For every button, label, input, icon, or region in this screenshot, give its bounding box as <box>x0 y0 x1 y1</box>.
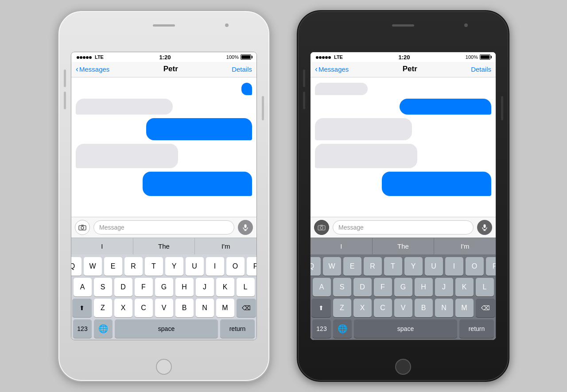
phone-black: LTE 1:20 100% ‹ Messages Petr Details <box>297 10 509 382</box>
details-button-black[interactable]: Details <box>471 65 491 73</box>
key-o-black[interactable]: O <box>466 257 484 276</box>
key-k-white[interactable]: K <box>216 278 234 296</box>
key-h-black[interactable]: H <box>415 278 433 296</box>
key-a-black[interactable]: A <box>313 278 331 296</box>
key-n-white[interactable]: N <box>196 299 214 317</box>
key-n-black[interactable]: N <box>435 299 453 317</box>
back-button-white[interactable]: ‹ Messages <box>76 65 109 73</box>
autocomplete-im-black[interactable]: I'm <box>434 238 496 254</box>
autocomplete-i-white[interactable]: I <box>71 238 133 254</box>
key-numbers-white[interactable]: 123 <box>73 319 92 338</box>
key-z-white[interactable]: Z <box>94 299 112 317</box>
key-numbers-black[interactable]: 123 <box>312 319 331 338</box>
phone-white: LTE 1:20 100% ‹ Messages Petr Details <box>58 10 270 382</box>
key-j-white[interactable]: J <box>196 278 214 296</box>
key-o-white[interactable]: O <box>226 257 245 276</box>
autocomplete-bar-black: I The I'm <box>311 238 496 254</box>
key-globe-white[interactable]: 🌐 <box>94 319 113 338</box>
key-h-white[interactable]: H <box>175 278 194 296</box>
speaker-black <box>392 24 414 27</box>
svg-rect-8 <box>320 225 323 226</box>
message-input-white[interactable]: Message <box>93 220 234 234</box>
network-type-white: LTE <box>95 54 104 60</box>
key-t-white[interactable]: T <box>145 257 163 276</box>
autocomplete-im-white[interactable]: I'm <box>195 238 256 254</box>
key-k-black[interactable]: K <box>455 278 474 296</box>
messages-area-black <box>311 77 496 217</box>
key-u-black[interactable]: U <box>425 257 443 276</box>
key-l-white[interactable]: L <box>237 278 255 296</box>
key-y-white[interactable]: Y <box>165 257 183 276</box>
key-p-white[interactable]: P <box>247 257 257 276</box>
key-m-black[interactable]: M <box>455 299 474 317</box>
power-btn-white <box>262 96 264 120</box>
key-t-black[interactable]: T <box>384 257 402 276</box>
microphone-button-black[interactable] <box>477 220 492 235</box>
input-bar-black: Message <box>311 217 496 238</box>
key-w-black[interactable]: W <box>323 257 341 276</box>
key-j-black[interactable]: J <box>435 278 453 296</box>
home-button-black[interactable] <box>395 359 411 375</box>
phone-bottom-black <box>303 358 503 376</box>
key-shift-black[interactable]: ⬆ <box>311 299 331 317</box>
key-c-black[interactable]: C <box>374 299 392 317</box>
message-placeholder-white: Message <box>99 224 124 231</box>
key-u-white[interactable]: U <box>186 257 204 276</box>
key-y-black[interactable]: Y <box>404 257 423 276</box>
message-input-black[interactable]: Message <box>333 220 474 234</box>
back-button-black[interactable]: ‹ Messages <box>315 65 349 73</box>
autocomplete-i-black[interactable]: I <box>311 238 373 254</box>
key-q-white[interactable]: Q <box>71 257 82 276</box>
home-button-white[interactable] <box>156 359 172 375</box>
key-s-black[interactable]: S <box>333 278 351 296</box>
key-g-white[interactable]: G <box>155 278 173 296</box>
key-space-white[interactable]: space <box>115 319 218 338</box>
key-b-white[interactable]: B <box>175 299 194 317</box>
key-x-black[interactable]: X <box>353 299 372 317</box>
key-s-white[interactable]: S <box>94 278 112 296</box>
bubble-recv-2-black <box>315 118 412 140</box>
key-m-white[interactable]: M <box>216 299 234 317</box>
svg-point-7 <box>320 227 323 229</box>
camera-button-black[interactable] <box>314 220 329 235</box>
side-buttons-right-black <box>500 34 503 358</box>
key-delete-black[interactable]: ⌫ <box>476 299 495 317</box>
side-buttons-right-white <box>260 34 264 358</box>
bubble-sent-1-white <box>241 83 252 95</box>
key-b-black[interactable]: B <box>415 299 433 317</box>
phone-top-bar-black <box>303 16 503 34</box>
key-r-white[interactable]: R <box>124 257 143 276</box>
key-e-black[interactable]: E <box>343 257 361 276</box>
details-button-white[interactable]: Details <box>232 65 252 73</box>
key-w-white[interactable]: W <box>84 257 102 276</box>
key-a-white[interactable]: A <box>74 278 92 296</box>
key-r-black[interactable]: R <box>364 257 382 276</box>
microphone-button-white[interactable] <box>238 220 253 235</box>
key-f-white[interactable]: F <box>135 278 153 296</box>
key-v-black[interactable]: V <box>394 299 412 317</box>
key-d-white[interactable]: D <box>114 278 132 296</box>
key-d-black[interactable]: D <box>353 278 372 296</box>
autocomplete-the-white[interactable]: The <box>133 238 195 254</box>
key-i-white[interactable]: I <box>206 257 224 276</box>
key-e-white[interactable]: E <box>104 257 122 276</box>
key-i-black[interactable]: I <box>445 257 463 276</box>
key-f-black[interactable]: F <box>374 278 392 296</box>
key-l-black[interactable]: L <box>476 278 494 296</box>
key-globe-black[interactable]: 🌐 <box>333 319 352 338</box>
key-space-black[interactable]: space <box>354 319 457 338</box>
key-z-black[interactable]: Z <box>333 299 351 317</box>
key-return-white[interactable]: return <box>220 319 255 338</box>
key-return-black[interactable]: return <box>459 319 494 338</box>
key-v-white[interactable]: V <box>155 299 173 317</box>
key-shift-white[interactable]: ⬆ <box>72 299 92 317</box>
key-p-black[interactable]: P <box>486 257 497 276</box>
key-q-black[interactable]: Q <box>310 257 321 276</box>
camera-button-white[interactable] <box>75 220 90 235</box>
phone-bottom-white <box>64 358 264 376</box>
key-delete-white[interactable]: ⌫ <box>237 299 256 317</box>
autocomplete-the-black[interactable]: The <box>373 238 435 254</box>
key-c-white[interactable]: C <box>135 299 153 317</box>
key-x-white[interactable]: X <box>114 299 132 317</box>
key-g-black[interactable]: G <box>394 278 412 296</box>
